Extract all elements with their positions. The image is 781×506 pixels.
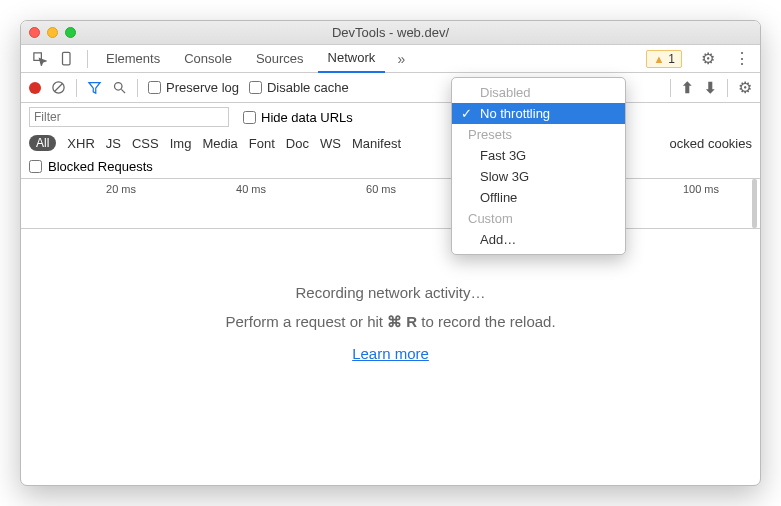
request-type-filters: All XHR JS CSS Img Media Font Doc WS Man… [21, 131, 760, 155]
svg-line-5 [121, 89, 125, 93]
throttling-presets-header: Presets [452, 124, 625, 145]
timeline-tick: 60 ms [366, 183, 396, 195]
network-settings-icon[interactable]: ⚙ [738, 78, 752, 97]
type-doc[interactable]: Doc [286, 136, 309, 151]
window-title: DevTools - web.dev/ [21, 25, 760, 40]
separator [727, 79, 728, 97]
blocked-requests-checkbox[interactable] [29, 160, 42, 173]
blocked-requests-label: Blocked Requests [48, 159, 153, 174]
throttling-add[interactable]: Add… [452, 229, 625, 250]
more-tabs-icon[interactable]: » [389, 51, 413, 67]
more-menu-icon[interactable]: ⋮ [730, 49, 754, 68]
timeline-scrollbar[interactable] [752, 179, 757, 228]
learn-more-link[interactable]: Learn more [352, 345, 429, 362]
separator [137, 79, 138, 97]
type-manifest[interactable]: Manifest [352, 136, 401, 151]
filter-row: Hide data URLs [21, 103, 760, 131]
preserve-log-checkbox[interactable]: Preserve log [148, 80, 239, 95]
disable-cache-input[interactable] [249, 81, 262, 94]
throttling-fast-3g[interactable]: Fast 3G [452, 145, 625, 166]
warnings-badge[interactable]: ▲ 1 [646, 50, 682, 68]
separator [76, 79, 77, 97]
settings-icon[interactable]: ⚙ [696, 49, 720, 68]
record-button[interactable] [29, 82, 41, 94]
upload-har-icon[interactable]: ⬆ [681, 79, 694, 97]
type-xhr[interactable]: XHR [67, 136, 94, 151]
empty-state: Recording network activity… Perform a re… [21, 229, 760, 362]
network-toolbar: Preserve log Disable cache ⬆ ⬇ ⚙ [21, 73, 760, 103]
warning-count: 1 [668, 52, 675, 66]
empty-title: Recording network activity… [21, 284, 760, 301]
throttling-slow-3g[interactable]: Slow 3G [452, 166, 625, 187]
warning-icon: ▲ [653, 53, 664, 65]
blocked-cookies-label-partial: ocked cookies [670, 136, 752, 151]
type-js[interactable]: JS [106, 136, 121, 151]
throttling-offline[interactable]: Offline [452, 187, 625, 208]
keyboard-shortcut: ⌘ R [387, 313, 417, 330]
tab-network[interactable]: Network [318, 45, 386, 73]
tab-sources[interactable]: Sources [246, 45, 314, 73]
tab-console[interactable]: Console [174, 45, 242, 73]
disable-cache-label: Disable cache [267, 80, 349, 95]
hide-data-urls-checkbox[interactable]: Hide data URLs [243, 110, 353, 125]
timeline-tick: 100 ms [683, 183, 719, 195]
throttling-dropdown: Disabled No throttling Presets Fast 3G S… [451, 77, 626, 255]
panel-tabs: Elements Console Sources Network » ▲ 1 ⚙… [21, 45, 760, 73]
svg-rect-1 [62, 52, 70, 65]
svg-point-4 [115, 83, 123, 91]
type-css[interactable]: CSS [132, 136, 159, 151]
type-ws[interactable]: WS [320, 136, 341, 151]
throttling-no-throttling[interactable]: No throttling [452, 103, 625, 124]
download-har-icon[interactable]: ⬇ [704, 79, 717, 97]
blocked-requests-row: Blocked Requests [21, 155, 760, 179]
titlebar: DevTools - web.dev/ [21, 21, 760, 45]
type-font[interactable]: Font [249, 136, 275, 151]
timeline-tick: 40 ms [236, 183, 266, 195]
tab-elements[interactable]: Elements [96, 45, 170, 73]
timeline-overview[interactable]: 20 ms 40 ms 60 ms 100 ms [21, 179, 760, 229]
throttling-custom-header: Custom [452, 208, 625, 229]
preserve-log-label: Preserve log [166, 80, 239, 95]
timeline-tick: 20 ms [106, 183, 136, 195]
type-all[interactable]: All [29, 135, 56, 151]
empty-instruction: Perform a request or hit ⌘ R to record t… [21, 313, 760, 331]
svg-line-3 [55, 84, 63, 92]
hide-data-urls-label: Hide data URLs [261, 110, 353, 125]
separator [670, 79, 671, 97]
clear-icon[interactable] [51, 80, 66, 95]
separator [87, 50, 88, 68]
inspect-element-icon[interactable] [27, 51, 51, 66]
filter-input[interactable] [29, 107, 229, 127]
device-toolbar-icon[interactable] [55, 51, 79, 66]
hide-data-urls-input[interactable] [243, 111, 256, 124]
devtools-window: DevTools - web.dev/ Elements Console Sou… [20, 20, 761, 486]
filter-icon[interactable] [87, 80, 102, 95]
search-icon[interactable] [112, 80, 127, 95]
throttling-disabled: Disabled [452, 82, 625, 103]
type-img[interactable]: Img [170, 136, 192, 151]
type-media[interactable]: Media [202, 136, 237, 151]
preserve-log-input[interactable] [148, 81, 161, 94]
disable-cache-checkbox[interactable]: Disable cache [249, 80, 349, 95]
